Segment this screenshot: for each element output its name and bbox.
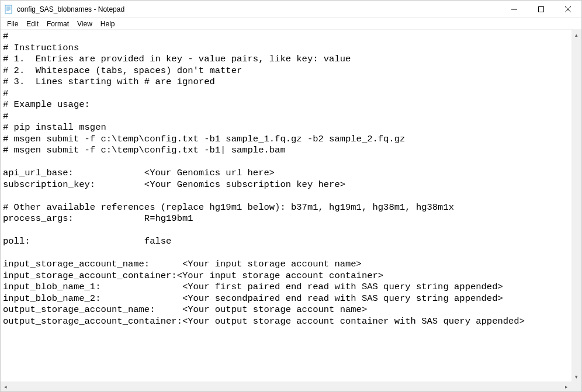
horizontal-scrollbar[interactable]: ◂ ▸ bbox=[1, 381, 581, 391]
menu-help[interactable]: Help bbox=[96, 19, 119, 29]
scroll-up-arrow-icon[interactable]: ▴ bbox=[571, 30, 581, 40]
notepad-icon bbox=[4, 5, 13, 14]
scroll-left-arrow-icon[interactable]: ◂ bbox=[1, 381, 11, 391]
text-content[interactable]: # # Instructions # 1. Entries are provid… bbox=[1, 30, 571, 381]
minimize-button[interactable] bbox=[501, 1, 528, 18]
svg-rect-6 bbox=[539, 6, 544, 12]
window-controls bbox=[501, 1, 581, 18]
menu-edit[interactable]: Edit bbox=[22, 19, 43, 29]
close-button[interactable] bbox=[555, 1, 581, 18]
menu-view[interactable]: View bbox=[73, 19, 96, 29]
notepad-window: config_SAS_blobnames - Notepad File Edit… bbox=[0, 0, 582, 392]
maximize-button[interactable] bbox=[528, 1, 555, 18]
editor-area: # # Instructions # 1. Entries are provid… bbox=[1, 30, 581, 381]
h-scroll-track[interactable] bbox=[11, 381, 562, 391]
menubar: File Edit Format View Help bbox=[1, 18, 581, 30]
menu-format[interactable]: Format bbox=[43, 19, 73, 29]
scroll-right-arrow-icon[interactable]: ▸ bbox=[562, 381, 571, 391]
menu-file[interactable]: File bbox=[3, 19, 22, 29]
titlebar[interactable]: config_SAS_blobnames - Notepad bbox=[1, 1, 581, 18]
scroll-down-arrow-icon[interactable]: ▾ bbox=[571, 372, 581, 381]
vertical-scrollbar[interactable]: ▴ ▾ bbox=[571, 30, 581, 381]
scroll-corner bbox=[571, 381, 581, 391]
v-scroll-track[interactable] bbox=[571, 40, 581, 372]
window-title: config_SAS_blobnames - Notepad bbox=[17, 5, 501, 13]
